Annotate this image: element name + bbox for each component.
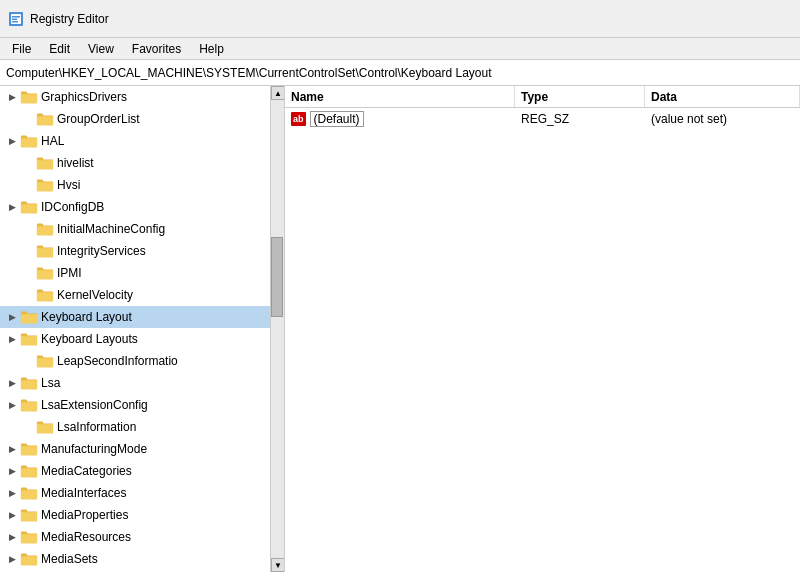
- main-content: ▶ GraphicsDrivers GroupOrderList▶ HAL hi…: [0, 86, 800, 572]
- tree-item-manufacturingmode[interactable]: ▶ ManufacturingMode: [0, 438, 284, 460]
- registry-row-default[interactable]: ab (Default) REG_SZ (value not set): [285, 108, 800, 130]
- title-bar-text: Registry Editor: [30, 12, 109, 26]
- tree-item-label: MediaResources: [41, 530, 131, 544]
- tree-expander: [20, 262, 36, 284]
- menu-file[interactable]: File: [4, 40, 39, 58]
- tree-item-label: Hvsi: [57, 178, 80, 192]
- tree-expander: [20, 416, 36, 438]
- folder-icon: [36, 265, 54, 281]
- tree-item-keyboardlayouts[interactable]: ▶ Keyboard Layouts: [0, 328, 284, 350]
- tree-expander[interactable]: ▶: [4, 504, 20, 526]
- tree-item-label: GraphicsDrivers: [41, 90, 127, 104]
- svg-rect-2: [12, 16, 20, 18]
- folder-icon: [36, 353, 54, 369]
- tree-item-lsainformation[interactable]: LsaInformation: [0, 416, 284, 438]
- tree-item-initialmachineconfig[interactable]: InitialMachineConfig: [0, 218, 284, 240]
- folder-icon: [20, 199, 38, 215]
- folder-icon: [36, 177, 54, 193]
- title-bar: Registry Editor: [0, 0, 800, 38]
- folder-icon: [20, 507, 38, 523]
- tree-item-label: InitialMachineConfig: [57, 222, 165, 236]
- tree-item-label: LeapSecondInformatio: [57, 354, 178, 368]
- tree-expander[interactable]: ▶: [4, 130, 20, 152]
- default-value-label: (Default): [310, 111, 364, 127]
- registry-name-cell: ab (Default): [285, 111, 515, 127]
- registry-type-cell: REG_SZ: [515, 112, 645, 126]
- tree-scroll-area: ▶ GraphicsDrivers GroupOrderList▶ HAL hi…: [0, 86, 284, 572]
- right-panel: Name Type Data ab (Default) REG_SZ (valu…: [285, 86, 800, 572]
- tree-item-mediainterfaces[interactable]: ▶ MediaInterfaces: [0, 482, 284, 504]
- menu-view[interactable]: View: [80, 40, 122, 58]
- tree-item-mediacategories[interactable]: ▶ MediaCategories: [0, 460, 284, 482]
- tree-expander[interactable]: ▶: [4, 460, 20, 482]
- tree-items-container: ▶ GraphicsDrivers GroupOrderList▶ HAL hi…: [0, 86, 284, 570]
- tree-expander: [20, 108, 36, 130]
- scrollbar-track: [271, 100, 284, 558]
- scrollbar-thumb[interactable]: [271, 237, 283, 317]
- folder-icon: [36, 221, 54, 237]
- tree-item-integrityservices[interactable]: IntegrityServices: [0, 240, 284, 262]
- tree-item-label: MediaSets: [41, 552, 98, 566]
- svg-rect-3: [12, 18, 17, 20]
- tree-expander[interactable]: ▶: [4, 196, 20, 218]
- tree-expander[interactable]: ▶: [4, 372, 20, 394]
- scrollbar-down-arrow[interactable]: ▼: [271, 558, 284, 572]
- address-path: Computer\HKEY_LOCAL_MACHINE\SYSTEM\Curre…: [6, 66, 492, 80]
- tree-item-mediaproperties[interactable]: ▶ MediaProperties: [0, 504, 284, 526]
- tree-scrollbar: ▲ ▼: [270, 86, 284, 572]
- scrollbar-up-arrow[interactable]: ▲: [271, 86, 284, 100]
- tree-expander[interactable]: ▶: [4, 394, 20, 416]
- folder-icon: [36, 243, 54, 259]
- ab-icon: ab: [291, 112, 306, 126]
- folder-icon: [20, 551, 38, 567]
- tree-item-idconfigdb[interactable]: ▶ IDConfigDB: [0, 196, 284, 218]
- tree-item-hvsi[interactable]: Hvsi: [0, 174, 284, 196]
- tree-expander[interactable]: ▶: [4, 306, 20, 328]
- tree-item-lsaextensionconfig[interactable]: ▶ LsaExtensionConfig: [0, 394, 284, 416]
- column-header-name: Name: [285, 86, 515, 107]
- right-panel-header: Name Type Data: [285, 86, 800, 108]
- folder-icon: [36, 155, 54, 171]
- tree-item-label: IPMI: [57, 266, 82, 280]
- tree-expander[interactable]: ▶: [4, 482, 20, 504]
- tree-expander: [20, 350, 36, 372]
- tree-item-leapsecondinformation[interactable]: LeapSecondInformatio: [0, 350, 284, 372]
- tree-expander: [20, 240, 36, 262]
- folder-icon: [20, 397, 38, 413]
- menu-favorites[interactable]: Favorites: [124, 40, 189, 58]
- svg-rect-4: [12, 21, 18, 23]
- tree-item-lsa[interactable]: ▶ Lsa: [0, 372, 284, 394]
- tree-expander[interactable]: ▶: [4, 548, 20, 570]
- registry-rows: ab (Default) REG_SZ (value not set): [285, 108, 800, 572]
- tree-item-mediasets[interactable]: ▶ MediaSets: [0, 548, 284, 570]
- folder-icon: [20, 89, 38, 105]
- tree-item-keyboardlayout[interactable]: ▶ Keyboard Layout: [0, 306, 284, 328]
- tree-item-graphicsdrivers[interactable]: ▶ GraphicsDrivers: [0, 86, 284, 108]
- tree-expander[interactable]: ▶: [4, 526, 20, 548]
- tree-item-label: KernelVelocity: [57, 288, 133, 302]
- tree-item-ipmi[interactable]: IPMI: [0, 262, 284, 284]
- tree-item-hal[interactable]: ▶ HAL: [0, 130, 284, 152]
- address-bar: Computer\HKEY_LOCAL_MACHINE\SYSTEM\Curre…: [0, 60, 800, 86]
- tree-expander: [20, 174, 36, 196]
- folder-icon: [36, 111, 54, 127]
- folder-icon: [20, 309, 38, 325]
- tree-item-hivelist[interactable]: hivelist: [0, 152, 284, 174]
- menu-edit[interactable]: Edit: [41, 40, 78, 58]
- tree-expander: [20, 218, 36, 240]
- tree-expander[interactable]: ▶: [4, 86, 20, 108]
- menu-help[interactable]: Help: [191, 40, 232, 58]
- tree-item-grouporderlist[interactable]: GroupOrderList: [0, 108, 284, 130]
- folder-icon: [20, 375, 38, 391]
- tree-expander[interactable]: ▶: [4, 328, 20, 350]
- folder-icon: [20, 485, 38, 501]
- app-icon: [8, 11, 24, 27]
- tree-item-mediaresources[interactable]: ▶ MediaResources: [0, 526, 284, 548]
- tree-expander[interactable]: ▶: [4, 438, 20, 460]
- tree-expander: [20, 284, 36, 306]
- folder-icon: [20, 441, 38, 457]
- tree-item-label: Lsa: [41, 376, 60, 390]
- tree-item-label: HAL: [41, 134, 64, 148]
- menu-bar: File Edit View Favorites Help: [0, 38, 800, 60]
- tree-item-kernelvelocity[interactable]: KernelVelocity: [0, 284, 284, 306]
